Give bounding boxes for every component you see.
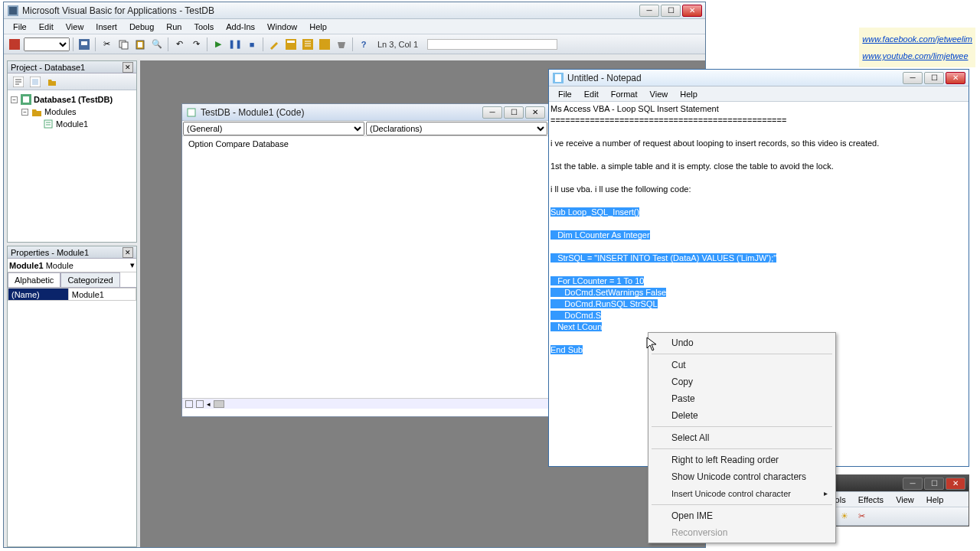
collapse-icon[interactable]: − bbox=[21, 109, 28, 116]
hscroll-left-icon[interactable]: ◂ bbox=[207, 400, 211, 408]
code-editor[interactable]: Option Compare Database bbox=[182, 136, 548, 398]
paste-icon[interactable] bbox=[132, 37, 148, 52]
find-icon[interactable]: 🔍 bbox=[149, 37, 165, 52]
ctx-selectall[interactable]: Select All bbox=[650, 429, 834, 446]
tab-categorized[interactable]: Categorized bbox=[60, 272, 119, 287]
project-pane-close-icon[interactable]: ✕ bbox=[122, 62, 133, 73]
design-mode-icon[interactable] bbox=[266, 37, 282, 52]
code-footer: ◂ bbox=[182, 398, 548, 409]
object-dropdown[interactable] bbox=[24, 37, 70, 51]
toggle-folders-icon[interactable] bbox=[44, 74, 60, 90]
close-button[interactable]: ✕ bbox=[682, 5, 702, 17]
help-icon[interactable]: ? bbox=[356, 37, 371, 52]
minimize-button[interactable]: ─ bbox=[903, 478, 923, 490]
notepad-titlebar[interactable]: Untitled - Notepad ─ ☐ ✕ bbox=[549, 70, 969, 86]
procedure-view-icon[interactable] bbox=[185, 400, 193, 408]
menu-insert[interactable]: Insert bbox=[90, 21, 123, 33]
maximize-button[interactable]: ☐ bbox=[924, 478, 944, 490]
ctx-insertuni[interactable]: Insert Unicode control character▸ bbox=[650, 485, 834, 502]
properties-close-icon[interactable]: ✕ bbox=[122, 247, 133, 258]
close-button[interactable]: ✕ bbox=[525, 106, 545, 119]
copy-icon[interactable] bbox=[116, 37, 131, 52]
tab-alphabetic[interactable]: Alphabetic bbox=[8, 272, 60, 287]
np-menu-format[interactable]: Format bbox=[605, 88, 644, 100]
ctx-cut[interactable]: Cut bbox=[650, 357, 834, 373]
vba-titlebar[interactable]: Microsoft Visual Basic for Applications … bbox=[4, 2, 705, 19]
project-explorer-icon[interactable] bbox=[283, 37, 299, 52]
view-code-icon[interactable] bbox=[11, 74, 26, 90]
other-menu-help[interactable]: Help bbox=[920, 494, 950, 506]
run-icon[interactable]: ▶ bbox=[211, 37, 226, 52]
maximize-button[interactable]: ☐ bbox=[924, 72, 944, 84]
code-titlebar[interactable]: TestDB - Module1 (Code) ─ ☐ ✕ bbox=[182, 104, 548, 121]
dropdown-icon[interactable]: ▾ bbox=[130, 260, 135, 270]
project-root[interactable]: − Database1 (TestDB) bbox=[11, 93, 133, 106]
project-icon bbox=[21, 94, 31, 105]
vba-menubar: File Edit View Insert Debug Run Tools Ad… bbox=[4, 19, 705, 34]
object-list-dropdown[interactable]: (General) bbox=[183, 122, 364, 135]
menu-window[interactable]: Window bbox=[261, 21, 303, 33]
menu-view[interactable]: View bbox=[60, 21, 90, 33]
minimize-button[interactable]: ─ bbox=[639, 5, 659, 17]
properties-icon[interactable] bbox=[300, 37, 315, 52]
minimize-button[interactable]: ─ bbox=[903, 72, 923, 84]
procedure-list-dropdown[interactable]: (Declarations) bbox=[366, 122, 547, 135]
access-icon[interactable] bbox=[7, 37, 22, 52]
property-name-value[interactable]: Module1 bbox=[68, 289, 136, 301]
ctx-copy[interactable]: Copy bbox=[650, 373, 834, 390]
ctx-unicode[interactable]: Show Unicode control characters bbox=[650, 468, 834, 485]
other-menu-effects[interactable]: Effects bbox=[852, 494, 890, 506]
ctx-undo[interactable]: Undo bbox=[650, 334, 834, 351]
youtube-link[interactable]: www.youtube.com/limjetwee bbox=[862, 47, 972, 64]
ctx-delete[interactable]: Delete bbox=[650, 407, 834, 424]
np-menu-view[interactable]: View bbox=[644, 88, 675, 100]
menu-debug[interactable]: Debug bbox=[123, 21, 160, 33]
project-pane-header[interactable]: Project - Database1 ✕ bbox=[8, 61, 136, 73]
svg-rect-14 bbox=[32, 79, 38, 85]
properties-header[interactable]: Properties - Module1 ✕ bbox=[8, 246, 136, 259]
break-icon[interactable]: ❚❚ bbox=[227, 37, 243, 52]
maximize-button[interactable]: ☐ bbox=[504, 106, 524, 119]
object-browser-icon[interactable] bbox=[317, 37, 332, 52]
cut-icon[interactable]: ✂ bbox=[99, 37, 114, 52]
ctx-rtl[interactable]: Right to left Reading order bbox=[650, 452, 834, 468]
social-links-note: www.facebook.com/jetweelim www.youtube.c… bbox=[859, 28, 975, 67]
reset-icon[interactable]: ■ bbox=[244, 37, 260, 52]
sun-icon[interactable]: ☀ bbox=[837, 509, 852, 524]
toolbar-field[interactable] bbox=[427, 39, 557, 50]
menu-addins[interactable]: Add-Ins bbox=[220, 21, 261, 33]
np-code-l7: DoCmd.S bbox=[550, 311, 601, 320]
module-icon bbox=[185, 106, 198, 119]
toolbox-icon[interactable] bbox=[334, 37, 349, 52]
view-object-icon[interactable] bbox=[28, 74, 43, 90]
np-menu-file[interactable]: File bbox=[552, 88, 578, 100]
close-button[interactable]: ✕ bbox=[946, 72, 965, 84]
menu-help[interactable]: Help bbox=[303, 21, 333, 33]
module-item[interactable]: Module1 bbox=[11, 118, 133, 130]
np-menu-edit[interactable]: Edit bbox=[578, 88, 605, 100]
ctx-paste[interactable]: Paste bbox=[650, 390, 834, 407]
project-tree[interactable]: − Database1 (TestDB) − Modules Module1 bbox=[8, 90, 136, 133]
facebook-link[interactable]: www.facebook.com/jetweelim bbox=[862, 31, 972, 47]
menu-edit[interactable]: Edit bbox=[33, 21, 60, 33]
modules-folder[interactable]: − Modules bbox=[11, 106, 133, 118]
other-menu-view[interactable]: View bbox=[890, 494, 920, 506]
minimize-button[interactable]: ─ bbox=[482, 106, 502, 119]
menu-tools[interactable]: Tools bbox=[188, 21, 220, 33]
collapse-icon[interactable]: − bbox=[11, 96, 18, 103]
save-icon[interactable] bbox=[77, 37, 92, 52]
properties-object-selector[interactable]: Module1 Module ▾ bbox=[8, 259, 136, 272]
maximize-button[interactable]: ☐ bbox=[661, 5, 681, 17]
menu-file[interactable]: File bbox=[7, 21, 33, 33]
close-button[interactable]: ✕ bbox=[946, 478, 965, 490]
redo-icon[interactable]: ↷ bbox=[188, 37, 204, 52]
undo-icon[interactable]: ↶ bbox=[172, 37, 187, 52]
other-titlebar[interactable]: ─ ☐ ✕ bbox=[817, 475, 969, 492]
full-module-view-icon[interactable] bbox=[196, 400, 204, 408]
property-row[interactable]: (Name) Module1 bbox=[8, 289, 136, 301]
menu-run[interactable]: Run bbox=[160, 21, 188, 33]
np-menu-help[interactable]: Help bbox=[674, 88, 704, 100]
crop-icon[interactable]: ✂ bbox=[854, 509, 869, 524]
ctx-ime[interactable]: Open IME bbox=[650, 507, 834, 524]
hscroll-thumb[interactable] bbox=[214, 400, 224, 408]
